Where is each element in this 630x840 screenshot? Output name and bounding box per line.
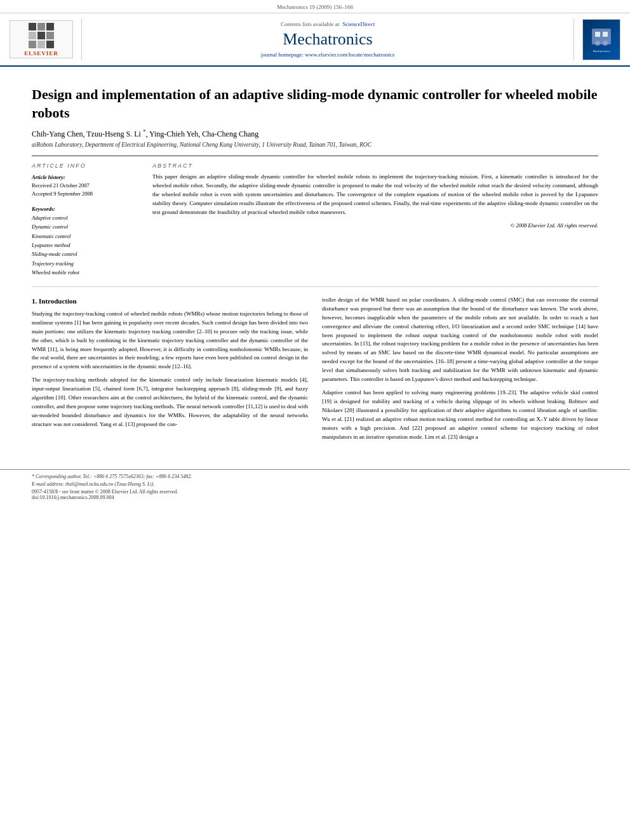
copyright: © 2008 Elsevier Ltd. All rights reserved… (152, 222, 598, 229)
abstract-section: ABSTRACT This paper designs an adaptive … (152, 163, 598, 277)
abstract-title: ABSTRACT (152, 163, 598, 169)
keyword-item: Dynamic control (32, 222, 140, 231)
authors-text: Chih-Yang Chen, Tzuu-Hseng S. Li *, Ying… (32, 130, 258, 138)
authors-line: Chih-Yang Chen, Tzuu-Hseng S. Li *, Ying… (32, 128, 598, 139)
col1-para1: Studying the trajectory-tracking control… (32, 310, 308, 372)
logo-sq4 (29, 32, 36, 39)
svg-rect-0 (592, 29, 611, 44)
article-body: ARTICLE INFO Article history: Received 2… (32, 156, 598, 277)
section-number: 1. (32, 297, 37, 305)
body-col-left: 1. Introduction Studying the trajectory-… (32, 296, 308, 446)
accepted-date: Accepted 9 September 2008 (32, 190, 140, 198)
keyword-item: Kinematic control (32, 232, 140, 241)
col1-para2: The trajectory-tracking methods adopted … (32, 376, 308, 429)
elsevier-logo-area: ELSEVIER (6, 18, 76, 60)
received-date: Received 21 October 2007 (32, 182, 140, 190)
body-col-right: troller design of the WMR based on polar… (322, 296, 598, 446)
keyword-item: Trajectory tracking (32, 259, 140, 268)
svg-text:Mechatronics: Mechatronics (593, 50, 610, 53)
affiliation: aiRobots Laboratory, Department of Elect… (32, 142, 598, 148)
homepage-url[interactable]: www.elsevier.com/locate/mechatronics (305, 51, 394, 58)
col2-para2: Adaptive control has been applied to sol… (322, 389, 598, 442)
top-bar: Mechatronics 19 (2009) 156–166 (0, 0, 630, 13)
section-title: Introduction (39, 297, 77, 305)
keywords-label: Keywords: (32, 206, 140, 212)
logo-sq9 (46, 41, 54, 48)
article-info: ARTICLE INFO Article history: Received 2… (32, 163, 140, 277)
elsevier-label: ELSEVIER (24, 50, 58, 57)
email-note: E-mail address: thsli@mail.ncku.edu.tw (… (32, 481, 598, 487)
issn-line: 0957-4158/$ - see front matter © 2008 El… (32, 489, 598, 495)
keyword-item: Sliding-mode control (32, 250, 140, 258)
journal-citation: Mechatronics 19 (2009) 156–166 (277, 4, 353, 10)
mechatronics-icon-svg: Mechatronics (589, 25, 614, 54)
keywords-list: Adaptive controlDynamic controlKinematic… (32, 213, 140, 277)
main-content: Design and implementation of an adaptive… (0, 67, 630, 459)
mechatronics-journal-icon: Mechatronics (582, 19, 620, 60)
logo-sq6 (46, 32, 54, 39)
sciencedirect-link[interactable]: ScienceDirect (343, 21, 375, 27)
article-history-label: Article history: (32, 174, 140, 180)
body-columns: 1. Introduction Studying the trajectory-… (32, 296, 598, 446)
logo-sq3 (46, 23, 54, 30)
journal-header-right: Mechatronics (579, 18, 624, 60)
keyword-item: Wheeled mobile robot (32, 268, 140, 277)
logo-sq1 (29, 23, 36, 30)
article-title: Design and implementation of an adaptive… (32, 86, 598, 122)
corresponding-author-note: * Corresponding author. Tel.: +886 6 275… (32, 474, 598, 479)
footer: * Corresponding author. Tel.: +886 6 275… (0, 469, 630, 500)
logo-sq2 (37, 23, 45, 30)
page: Mechatronics 19 (2009) 156–166 ELSEVIER (0, 0, 630, 840)
col2-para1: troller design of the WMR based on polar… (322, 296, 598, 384)
elsevier-logo: ELSEVIER (10, 20, 73, 58)
logo-sq8 (37, 41, 45, 48)
doi-line: doi:10.1016/j.mechatronics.2008.09.004 (32, 495, 598, 500)
intro-heading: 1. Introduction (32, 296, 308, 307)
svg-point-3 (595, 41, 600, 46)
logo-sq7 (29, 41, 36, 48)
abstract-text: This paper designs an adaptive sliding-m… (152, 173, 598, 217)
keyword-item: Adaptive control (32, 213, 140, 222)
journal-homepage: journal homepage: www.elsevier.com/locat… (261, 51, 394, 58)
logo-sq5 (37, 32, 45, 39)
article-info-title: ARTICLE INFO (32, 163, 140, 169)
journal-title: Mechatronics (283, 30, 373, 49)
svg-point-4 (603, 41, 608, 46)
keyword-item: Lyapunov method (32, 241, 140, 250)
contents-line: Contents lists available at ScienceDirec… (281, 21, 375, 27)
divider (32, 286, 598, 287)
journal-header-center: Contents lists available at ScienceDirec… (81, 18, 574, 60)
svg-rect-2 (603, 32, 608, 37)
logo-squares (29, 23, 54, 48)
journal-header: ELSEVIER Contents lists available at Sci… (0, 13, 630, 67)
svg-rect-1 (595, 32, 600, 37)
